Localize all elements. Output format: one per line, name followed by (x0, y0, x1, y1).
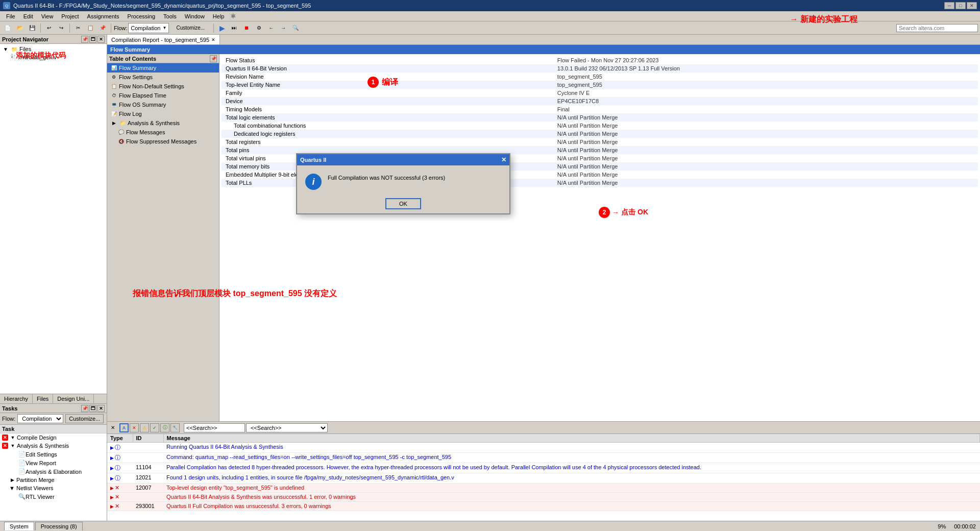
menu-help[interactable]: Help (209, 12, 229, 20)
tasks-pin-btn[interactable]: 📌 (81, 405, 88, 412)
tab-hierarchy[interactable]: Hierarchy (0, 394, 33, 403)
menu-assignments[interactable]: Assignments (83, 12, 124, 20)
messages-search-input[interactable] (184, 423, 245, 432)
toc-title: Table of Contents (109, 56, 156, 62)
tasks-close-btn[interactable]: ✕ (97, 405, 105, 412)
nav-item-data-gen[interactable]: 📄 ../rtl/data_gen.v (1, 53, 106, 61)
status-tab-system[interactable]: System (4, 522, 34, 530)
search-input[interactable] (896, 24, 978, 32)
flow-value: Compilation (131, 25, 160, 31)
dialog-ok-btn[interactable]: OK (385, 198, 421, 209)
forward-btn[interactable]: → (278, 23, 289, 33)
task-label-partition: Partition Merge (16, 477, 55, 483)
copy-btn[interactable]: 📋 (85, 23, 96, 33)
customize-btn[interactable]: Customize... (170, 23, 211, 33)
left-panel: Project Navigator 📌 🗖 ✕ ▼ 📁 Files 📄 ../r… (0, 35, 107, 521)
task-report-icon: 📄 (18, 460, 26, 466)
menu-processing[interactable]: Processing (124, 12, 159, 20)
msg-id-cell: 11104 (133, 463, 163, 473)
status-tab-processing[interactable]: Processing (8) (35, 522, 83, 530)
close-btn[interactable]: ✕ (967, 2, 977, 9)
toc-flow-nondefault[interactable]: 📋 Flow Non-Default Settings (107, 82, 219, 91)
task-rtl-viewer[interactable]: 🔍 RTL Viewer (0, 492, 107, 501)
task-error-icon: ✕ (2, 435, 8, 441)
tasks-restore-btn[interactable]: 🗖 (89, 405, 96, 412)
title-bar: Q Quartus II 64-Bit - F:/FPGA/My_Study_N… (0, 0, 980, 11)
maximize-btn[interactable]: □ (955, 2, 966, 9)
dialog-close-btn[interactable]: ✕ (501, 156, 506, 163)
col-message: Message (163, 434, 980, 443)
run-btn[interactable]: ⏭ (229, 23, 240, 33)
task-expand-compile[interactable]: ▼ (10, 435, 16, 441)
msg-id-cell: 12007 (133, 484, 163, 493)
nav-label-data-gen: ../rtl/data_gen.v (18, 54, 57, 60)
status-progress: 9% (938, 523, 946, 529)
filter-extra-btn[interactable]: ⓘ (160, 423, 169, 432)
toc-flow-settings[interactable]: ⚙ Flow Settings (107, 73, 219, 82)
menu-window[interactable]: Window (181, 12, 209, 20)
save-btn[interactable]: 💾 (27, 23, 38, 33)
tab-design-units[interactable]: Design Uni... (53, 394, 94, 403)
task-edit-settings[interactable]: 📄 Edit Settings (0, 450, 107, 458)
analyze-btn[interactable]: ⚙ (253, 23, 264, 33)
redo-btn[interactable]: ↪ (56, 23, 67, 33)
sep2 (69, 23, 70, 33)
menu-tools[interactable]: Tools (159, 12, 181, 20)
flow-dropdown[interactable]: Compilation ▼ (128, 23, 169, 33)
filter-all-btn[interactable]: A (119, 423, 129, 432)
task-expand-partition[interactable]: ▶ (9, 477, 15, 483)
compilation-report-tab[interactable]: Compilation Report - top_segment_595 ✕ (107, 35, 220, 44)
filter-extra2-btn[interactable]: 🔧 (170, 423, 180, 432)
toc-flow-messages[interactable]: 💬 Flow Messages (107, 128, 219, 137)
compile-btn[interactable]: ▶ (216, 23, 228, 33)
task-view-report[interactable]: 📄 View Report (0, 458, 107, 467)
nav-item-files[interactable]: ▼ 📁 Files (1, 45, 106, 53)
task-netlist-viewers[interactable]: ▼ Netlist Viewers (0, 484, 107, 492)
tab-files[interactable]: Files (33, 394, 53, 403)
open-btn[interactable]: 📂 (14, 23, 26, 33)
back-btn[interactable]: ← (265, 23, 277, 33)
menu-file[interactable]: File (2, 12, 19, 20)
toc-flow-os[interactable]: 💻 Flow OS Summary (107, 100, 219, 109)
nav-pin-btn[interactable]: 📌 (81, 36, 88, 43)
toc-flow-suppressed[interactable]: 🔇 Flow Suppressed Messages (107, 137, 219, 146)
tasks-customize-btn[interactable]: Customize... (65, 414, 104, 423)
task-expand-analysis[interactable]: ▼ (10, 443, 16, 449)
paste-btn[interactable]: 📌 (97, 23, 108, 33)
status-bar: System Processing (8) 9% 00:00:02 (0, 521, 980, 531)
menu-view[interactable]: View (37, 12, 58, 20)
dialog-body: i Full Compilation was NOT successful (3… (297, 165, 509, 194)
toc-label-flow-settings: Flow Settings (119, 74, 153, 80)
toc-flow-log[interactable]: 📝 Flow Log (107, 109, 219, 118)
collapse-icon[interactable]: ✕ (109, 424, 116, 431)
tab-close-btn[interactable]: ✕ (211, 37, 215, 42)
tasks-flow-select[interactable]: Compilation (17, 414, 63, 423)
task-partition-merge[interactable]: ▶ Partition Merge (0, 476, 107, 484)
toc-flow-summary[interactable]: 📊 Flow Summary (107, 63, 219, 73)
toc-analysis[interactable]: ▶ 📁 Analysis & Synthesis (107, 118, 219, 128)
filter-info-btn[interactable]: ✓ (150, 423, 159, 432)
task-analysis-elaboration[interactable]: 📄 Analysis & Elaboration (0, 467, 107, 476)
new-btn[interactable]: 📄 (2, 23, 13, 33)
toc-label-flow-log: Flow Log (119, 111, 142, 117)
report-section-title: Flow Summary (110, 46, 150, 53)
undo-btn[interactable]: ↩ (43, 23, 55, 33)
menu-edit[interactable]: Edit (19, 12, 37, 20)
menu-project[interactable]: Project (57, 12, 83, 20)
task-compile-design[interactable]: ✕ ▼ Compile Design (0, 433, 107, 442)
main-report-area: Flow StatusFlow Failed - Mon Nov 27 20:2… (219, 54, 980, 421)
stop-btn[interactable]: ⏹ (241, 23, 252, 33)
cut-btn[interactable]: ✂ (72, 23, 84, 33)
toc-list: 📊 Flow Summary ⚙ Flow Settings 📋 Flow No… (107, 63, 219, 146)
messages-dropdown[interactable]: <<Search>> (246, 423, 328, 432)
toc-pin-btn[interactable]: 📌 (210, 55, 217, 62)
search-btn[interactable]: 🔍 (290, 23, 301, 33)
nav-restore-btn[interactable]: 🗖 (89, 36, 96, 43)
nav-close-btn[interactable]: ✕ (97, 36, 105, 43)
filter-error-btn[interactable]: ✕ (130, 423, 139, 432)
toc-flow-elapsed[interactable]: ⏱ Flow Elapsed Time (107, 91, 219, 100)
dialog-title-text: Quartus II (300, 157, 326, 163)
filter-warning-btn[interactable]: ⚠ (140, 423, 149, 432)
task-analysis-synthesis[interactable]: ✕ ▼ Analysis & Synthesis (0, 442, 107, 450)
minimize-btn[interactable]: ─ (944, 2, 954, 9)
